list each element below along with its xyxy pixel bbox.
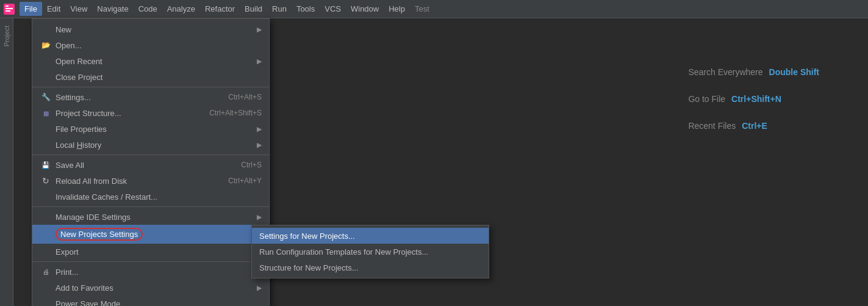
menu-item-export[interactable]: Export ▶ xyxy=(32,244,269,260)
file-properties-arrow-icon: ▶ xyxy=(257,125,262,133)
menu-item-add-favorites-label: Add to Favorites xyxy=(56,283,252,293)
menu-item-file-properties[interactable]: File Properties ▶ xyxy=(32,121,269,137)
add-favorites-icon xyxy=(40,283,52,293)
main-area: New ▶ 📂 Open... Open Recent ▶ Close Proj… xyxy=(13,18,868,306)
folder-icon: 📂 xyxy=(40,40,52,50)
menu-item-project-structure-label: Project Structure... xyxy=(56,109,197,118)
local-history-arrow-icon: ▶ xyxy=(257,141,262,149)
close-project-icon xyxy=(40,72,52,82)
menu-item-invalidate-caches[interactable]: Invalidate Caches / Restart... xyxy=(32,189,269,205)
menu-help[interactable]: Help xyxy=(384,2,410,16)
menu-item-new-label: New xyxy=(56,25,252,34)
sidebar-project-tab[interactable]: Project xyxy=(2,21,12,51)
menu-item-new-projects-settings[interactable]: New Projects Settings ▶ xyxy=(32,225,269,244)
project-structure-icon: ▦ xyxy=(40,108,52,118)
separator-3 xyxy=(32,206,269,207)
right-panel-hints: Search Everywhere Double Shift Go to Fil… xyxy=(688,67,819,131)
menu-item-open[interactable]: 📂 Open... xyxy=(32,37,269,53)
menu-item-open-recent-label: Open Recent xyxy=(56,57,252,66)
hint-search-everywhere-shortcut: Double Shift xyxy=(769,67,819,77)
menu-run[interactable]: Run xyxy=(267,2,292,16)
hint-go-to-file: Go to File Ctrl+Shift+N xyxy=(688,94,819,104)
menu-item-invalidate-caches-label: Invalidate Caches / Restart... xyxy=(56,192,262,202)
new-projects-submenu: Settings for New Projects... Run Configu… xyxy=(251,225,489,279)
menu-item-settings-label: Settings... xyxy=(56,93,216,102)
menu-vcs[interactable]: VCS xyxy=(320,2,346,16)
hint-recent-files-label: Recent Files xyxy=(688,121,736,131)
menu-item-export-label: Export xyxy=(56,247,252,257)
hint-go-to-file-label: Go to File xyxy=(688,94,725,104)
menu-item-save-all[interactable]: 💾 Save All Ctrl+S xyxy=(32,157,269,173)
menu-item-power-save[interactable]: Power Save Mode xyxy=(32,296,269,306)
svg-rect-2 xyxy=(5,8,13,9)
manage-ide-arrow-icon: ▶ xyxy=(257,213,262,221)
reload-disk-shortcut: Ctrl+Alt+Y xyxy=(228,177,262,185)
submenu-item-structure-for-new-label: Structure for New Projects... xyxy=(259,263,481,272)
new-projects-settings-icon xyxy=(40,230,52,239)
submenu-item-run-config-templates[interactable]: Run Configuration Templates for New Proj… xyxy=(252,244,489,260)
project-label: Test xyxy=(415,4,429,13)
save-all-icon: 💾 xyxy=(40,160,52,170)
project-structure-shortcut: Ctrl+Alt+Shift+S xyxy=(209,109,262,117)
submenu-item-settings-for-new[interactable]: Settings for New Projects... xyxy=(252,228,489,244)
separator-1 xyxy=(32,87,269,87)
menu-refactor[interactable]: Refactor xyxy=(200,2,240,16)
app-logo xyxy=(2,2,16,16)
menu-item-reload-disk-label: Reload All from Disk xyxy=(56,177,216,186)
menu-item-settings[interactable]: 🔧 Settings... Ctrl+Alt+S xyxy=(32,89,269,105)
hint-search-everywhere: Search Everywhere Double Shift xyxy=(688,67,819,77)
hint-recent-files-shortcut: Ctrl+E xyxy=(742,121,767,131)
menu-analyze[interactable]: Analyze xyxy=(162,2,200,16)
settings-shortcut: Ctrl+Alt+S xyxy=(228,93,262,101)
menu-item-manage-ide-label: Manage IDE Settings xyxy=(56,213,252,222)
menu-item-local-history-label: Local History xyxy=(56,140,252,150)
menu-item-add-favorites[interactable]: Add to Favorites ▶ xyxy=(32,280,269,296)
menu-view[interactable]: View xyxy=(65,2,92,16)
invalidate-caches-icon xyxy=(40,192,52,202)
add-favorites-arrow-icon: ▶ xyxy=(257,284,262,292)
menubar: File Edit View Navigate Code Analyze Ref… xyxy=(0,0,868,18)
menu-window[interactable]: Window xyxy=(346,2,384,16)
reload-icon: ↻ xyxy=(40,176,52,186)
power-save-icon xyxy=(40,299,52,306)
submenu-item-settings-for-new-label: Settings for New Projects... xyxy=(259,231,481,241)
menu-item-project-structure[interactable]: ▦ Project Structure... Ctrl+Alt+Shift+S xyxy=(32,105,269,121)
new-arrow-icon: ▶ xyxy=(257,26,262,34)
menu-item-manage-ide[interactable]: Manage IDE Settings ▶ xyxy=(32,209,269,225)
settings-icon: 🔧 xyxy=(40,92,52,102)
menu-item-close-project-label: Close Project xyxy=(56,73,262,82)
menu-item-power-save-label: Power Save Mode xyxy=(56,299,262,307)
separator-4 xyxy=(32,261,269,262)
menu-item-open-label: Open... xyxy=(56,41,262,50)
menu-item-open-recent[interactable]: Open Recent ▶ xyxy=(32,53,269,69)
submenu-item-structure-for-new[interactable]: Structure for New Projects... xyxy=(252,260,489,275)
menu-file[interactable]: File xyxy=(20,2,42,16)
menu-tools[interactable]: Tools xyxy=(292,2,320,16)
file-menu-dropdown: New ▶ 📂 Open... Open Recent ▶ Close Proj… xyxy=(32,18,270,306)
menu-item-print[interactable]: 🖨 Print... xyxy=(32,264,269,280)
menu-navigate[interactable]: Navigate xyxy=(92,2,133,16)
export-icon xyxy=(40,247,52,257)
new-icon xyxy=(40,24,52,34)
menu-build[interactable]: Build xyxy=(240,2,267,16)
menu-edit[interactable]: Edit xyxy=(42,2,65,16)
menu-item-close-project[interactable]: Close Project xyxy=(32,69,269,85)
menu-item-save-all-label: Save All xyxy=(56,161,229,170)
open-recent-arrow-icon: ▶ xyxy=(257,57,262,65)
menu-item-new-projects-settings-label: New Projects Settings xyxy=(56,228,252,241)
menu-item-file-properties-label: File Properties xyxy=(56,125,252,134)
hint-search-everywhere-label: Search Everywhere xyxy=(688,67,762,77)
submenu-item-run-config-templates-label: Run Configuration Templates for New Proj… xyxy=(259,247,481,257)
open-recent-icon xyxy=(40,56,52,66)
svg-rect-1 xyxy=(5,5,9,7)
menu-item-reload-disk[interactable]: ↻ Reload All from Disk Ctrl+Alt+Y xyxy=(32,173,269,189)
menu-code[interactable]: Code xyxy=(134,2,162,16)
menu-item-new[interactable]: New ▶ xyxy=(32,21,269,37)
hint-go-to-file-shortcut: Ctrl+Shift+N xyxy=(731,94,781,104)
print-icon: 🖨 xyxy=(40,267,52,277)
hint-recent-files: Recent Files Ctrl+E xyxy=(688,121,819,131)
menu-item-local-history[interactable]: Local History ▶ xyxy=(32,137,269,153)
manage-ide-icon xyxy=(40,212,52,222)
sidebar: Project xyxy=(0,18,13,306)
svg-rect-3 xyxy=(5,10,10,12)
